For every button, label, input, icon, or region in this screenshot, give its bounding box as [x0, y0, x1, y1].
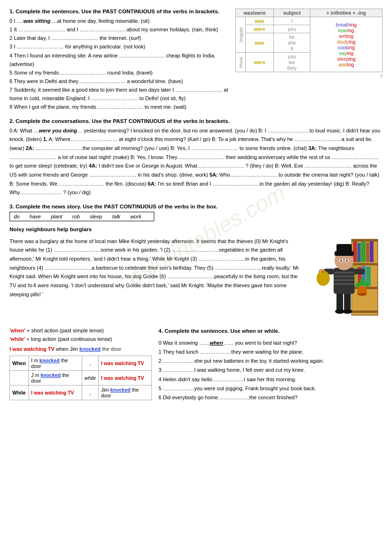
grammar-table-wrap: was/were subject + infinitive + -ing Sin…	[235, 9, 383, 112]
ex4-lines: 0 Was it snowing ……when…… you went to be…	[159, 339, 383, 403]
grammar-th-infinitive: + infinitive + -ing	[310, 9, 382, 17]
ex4-line-5: 5 ………………you were out jogging, Frank brou…	[159, 384, 383, 393]
ww-row3-b: Jim knocked the door	[99, 386, 152, 400]
verb-plant: plant	[51, 214, 62, 219]
ex1-line-7: 7 Suddenly, it seemed like a good idea t…	[9, 85, 231, 103]
plural-label: Plural	[236, 53, 246, 72]
ww-row-1: When I m knocked the door , I was watchi…	[10, 356, 152, 371]
verb-have: have	[29, 214, 41, 219]
ww-while-cell: While	[10, 386, 29, 400]
ex1-line-1: 1 It ……………………… and I ………………………about my s…	[9, 25, 231, 34]
ex2-q4a: 4A:	[89, 163, 97, 169]
ex4-line-0: 0 Was it snowing ……when…… you went to be…	[159, 339, 383, 348]
svg-rect-30	[354, 269, 365, 274]
verb-do: do	[14, 214, 19, 219]
ex2-answer-0: were you doing	[39, 128, 77, 133]
svg-point-19	[360, 278, 364, 286]
ex2-q2a: 2A:	[26, 145, 34, 151]
ex1-lines: 0 I ….was sitting….at home one day, feel…	[9, 17, 231, 112]
es-watching: I was watching TV	[9, 346, 55, 352]
svg-rect-20	[336, 292, 343, 310]
grammar-subj-4: youwethey	[274, 53, 310, 72]
grammar-subj-3: hesheit	[274, 33, 310, 53]
ww-while-label: 'while'	[9, 336, 25, 342]
svg-rect-5	[353, 242, 357, 262]
ww-row2-empty	[10, 371, 29, 386]
ex2-q3a: 3A:	[308, 145, 317, 151]
ww-comma-3: ,	[82, 386, 99, 400]
ex1-line-3: 3 I ……………………… for anything in particular…	[9, 42, 231, 51]
svg-rect-7	[361, 242, 365, 262]
ing-leaving: leaving	[338, 28, 354, 33]
ex4-line-6: 6 Did everybody go home………………the concert…	[159, 393, 383, 402]
when-while-block: 'when' + short action (past simple tense…	[9, 327, 152, 402]
es-door: the door.	[102, 346, 122, 352]
burglar-svg	[309, 225, 380, 320]
ex3-layout: Noisy neighbours help burglars There was…	[9, 225, 383, 320]
ex2-q5a: 5A:	[209, 172, 218, 178]
top-layout: 1. Complete the sentences. Use the PAST …	[9, 9, 383, 112]
ww-knocked-3: knocked	[110, 387, 131, 393]
ex1-answer-0: was sitting	[23, 18, 50, 24]
ex4-line-3: 3 ………………I was walking home, I fell over …	[159, 366, 383, 375]
verb-rob: rob	[72, 214, 80, 219]
ex2-q1: 1.	[43, 136, 47, 142]
exercise-3-section: 3. Complete the news story. Use the PAST…	[9, 204, 383, 320]
singular-label: Singular	[236, 17, 246, 53]
svg-rect-21	[344, 292, 351, 310]
ww-watching-2: I was watching TV	[101, 375, 144, 381]
svg-rect-6	[357, 243, 361, 262]
ing-waiting: waiting	[338, 62, 354, 67]
svg-rect-8	[366, 243, 369, 262]
ww-past-simple: (past simple tense)	[60, 328, 104, 333]
exercise-4-block: 4. Complete the sentences. Use when or w…	[159, 327, 383, 402]
grammar-subj-2: you	[274, 25, 310, 33]
ww-watching-3: I was watching TV	[31, 390, 74, 395]
ww-row1-b: I was watching TV	[99, 356, 152, 371]
ww-row3-a: I was watching TV	[28, 386, 82, 400]
svg-point-23	[343, 309, 352, 314]
exercise-1-block: 1. Complete the sentences. Use the PAST …	[9, 9, 231, 112]
verb-box: do have plant rob sleep talk work	[9, 212, 154, 221]
example-sentence: I was watching TV when Jim knocked the d…	[9, 346, 152, 352]
ww-row2-a: J m knocked the door	[28, 371, 82, 386]
ing-breathing: breathing	[336, 22, 357, 28]
ex2-content: 0 A: What …were you doing… yesterday eve…	[9, 128, 380, 196]
ex1-line-6: 6 They were in Delhi and they……………………… a…	[9, 77, 231, 85]
ww-knocked-2: knocked	[40, 372, 61, 378]
story-title: Noisy neighbours help burglars	[9, 225, 302, 235]
ww-row-2: J m knocked the door while I was watchin…	[10, 371, 152, 386]
ww-past-cont: (past continuous tense)	[58, 336, 112, 342]
exercise-2-section: 2. Complete the conversations. Use the P…	[9, 118, 383, 198]
ex2-title: 2. Complete the conversations. Use the P…	[9, 118, 383, 124]
grammar-subj-1: I	[274, 17, 310, 25]
svg-point-37	[340, 260, 342, 262]
ww-row-3: While I was watching TV , Jim knocked th…	[10, 386, 152, 400]
ex4-line-4: 4 Helen didn't say hello………………I saw her …	[159, 375, 383, 384]
svg-rect-2	[352, 263, 378, 265]
ww-row1-a: I m knocked the door	[28, 356, 82, 371]
svg-rect-1	[352, 239, 378, 242]
es-when-word: when Jim	[56, 346, 80, 352]
ex1-line-8: 8 When I got off the plane, my friends………	[9, 103, 231, 111]
verb-work: work	[131, 214, 141, 219]
grammar-was-2: was	[246, 33, 274, 53]
svg-rect-9	[370, 242, 373, 262]
ex3-title: 3. Complete the news story. Use the PAST…	[9, 204, 383, 209]
grammar-ing-words: breathing leaving writing studying cooki…	[310, 17, 382, 72]
ww-knocked-1: knocked	[39, 357, 60, 363]
svg-point-38	[346, 260, 348, 262]
ex1-line-2: 2 Later that day, I ……………………… the Intern…	[9, 34, 231, 42]
svg-point-39	[317, 271, 330, 286]
svg-rect-34	[336, 244, 352, 254]
ing-writing: writing	[339, 33, 353, 39]
grammar-table: was/were subject + infinitive + -ing Sin…	[235, 9, 383, 72]
ww-comma-1: ,	[82, 356, 99, 371]
bottom-layout: 'when' + short action (past simple tense…	[9, 327, 383, 402]
svg-point-16	[357, 293, 367, 296]
ex4-line-2: 2 ………………she put new batteries in the toy…	[159, 357, 383, 366]
ww-title: 'when' + short action (past simple tense…	[9, 327, 152, 343]
ww-row2-b: I was watching TV	[99, 371, 152, 386]
ex3-text: Noisy neighbours help burglars There was…	[9, 225, 302, 320]
ing-cooking: cooking	[337, 45, 355, 50]
